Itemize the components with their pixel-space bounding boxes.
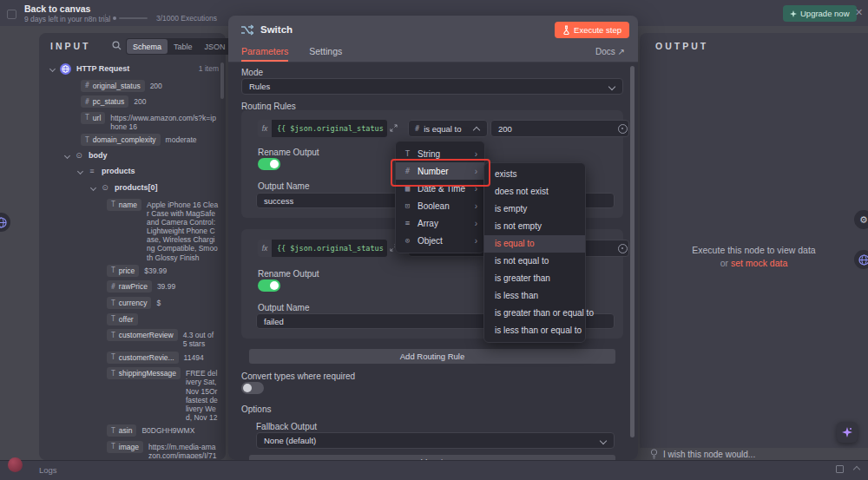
tree-row[interactable]: Turlhttps://www.amazon.com/s?k=iphone 16 — [43, 109, 219, 131]
back-to-canvas-link[interactable]: Back to canvas — [24, 3, 90, 14]
chevron-down-icon[interactable] — [90, 185, 96, 191]
tree-row[interactable]: Timagehttps://m.media-amazon.com/images/… — [43, 438, 219, 458]
upgrade-button[interactable]: Upgrade now — [783, 5, 857, 22]
input-tree: HTTP Request1 item#original_status200#pc… — [43, 61, 219, 458]
field-chip[interactable]: Toffer — [107, 313, 138, 325]
chevron-down-icon[interactable] — [77, 168, 83, 174]
globe-icon — [858, 254, 868, 266]
expand-expression-icon[interactable] — [390, 124, 398, 132]
field-chip[interactable]: Timage — [107, 441, 143, 453]
field-chip[interactable]: #pc_status — [81, 95, 128, 108]
operator-item-is-not-equal-to[interactable]: is not equal to — [484, 253, 585, 270]
input-scrollbar[interactable] — [220, 62, 224, 99]
field-chip[interactable]: Tprice — [107, 265, 139, 277]
tree-row[interactable]: TshippingMessageFREE delivery Sat, Nov 1… — [43, 365, 219, 422]
node-feedback-row[interactable]: I wish this node would... — [650, 449, 755, 459]
tree-row[interactable]: TcustomerReview4.3 out of 5 stars — [43, 326, 219, 348]
tree-row[interactable]: Tdomain_complexitymoderate — [43, 131, 219, 148]
operator-item-is-greater-than[interactable]: is greater than — [484, 270, 585, 287]
tree-row[interactable]: ≡products — [43, 163, 219, 180]
operator-item-is-not-empty[interactable]: is not empty — [484, 218, 585, 235]
operator-item-does-not-exist[interactable]: does not exist — [484, 183, 585, 201]
compare-value-input[interactable]: 200 — [490, 120, 629, 137]
chevron-down-icon[interactable] — [64, 153, 70, 159]
executions-progress-bar — [119, 17, 148, 19]
operator-item-is-equal-to[interactable]: is equal to — [484, 235, 585, 253]
type-menu-item-string[interactable]: TString› — [396, 145, 484, 162]
tree-row[interactable]: Toffer — [43, 311, 219, 327]
expression-fx-icon[interactable]: fx — [258, 120, 272, 137]
menu-item-label: String — [418, 149, 440, 159]
search-icon[interactable] — [112, 41, 122, 50]
rename-output-toggle[interactable] — [258, 158, 280, 170]
tree-row[interactable]: #rawPrice39.99 — [43, 278, 219, 294]
tree-row[interactable]: ⊙body — [43, 148, 219, 164]
mode-select[interactable]: Rules — [241, 78, 623, 95]
operator-item-is-less-than-or-equal-to[interactable]: is less than or equal to — [484, 322, 585, 339]
right-edge-globe-tab[interactable] — [854, 250, 868, 269]
field-chip[interactable]: #rawPrice — [107, 280, 152, 293]
field-chip[interactable]: Tdomain_complexity — [81, 134, 161, 146]
tree-row[interactable]: Tcurrency$ — [43, 294, 219, 311]
user-avatar[interactable] — [8, 457, 23, 472]
convert-types-toggle[interactable] — [241, 382, 264, 394]
expression-fx-icon[interactable]: fx — [258, 240, 272, 257]
left-edge-globe-tab[interactable] — [0, 213, 10, 232]
rename-output-toggle[interactable] — [258, 279, 280, 292]
chevron-up-icon[interactable] — [853, 465, 860, 472]
tab-settings[interactable]: Settings — [309, 46, 342, 62]
topbar-checkbox-icon[interactable] — [7, 10, 16, 19]
field-chip[interactable]: Tcurrency — [107, 297, 151, 309]
panel-layout-icon[interactable] — [836, 465, 844, 473]
fallback-output-select[interactable]: None (default) — [256, 432, 615, 449]
tab-json[interactable]: JSON — [199, 39, 232, 54]
field-chip[interactable]: Turl — [81, 112, 105, 124]
operator-item-is-less-than[interactable]: is less than — [484, 287, 585, 305]
close-icon[interactable]: ✕ — [855, 7, 863, 18]
operator-item-is-greater-than-or-equal-to[interactable]: is greater than or equal to — [484, 305, 585, 322]
tree-row[interactable]: TcustomerRevie...11494 — [43, 349, 219, 365]
tree-row[interactable]: Tprice$39.99 — [43, 262, 219, 279]
execute-step-button[interactable]: Execute step — [555, 22, 629, 38]
ai-assistant-button[interactable] — [837, 422, 858, 443]
type-menu-item-array[interactable]: ≡Array› — [396, 214, 484, 232]
operator-item-is-empty[interactable]: is empty — [484, 201, 585, 218]
docs-label: Docs — [595, 47, 615, 56]
logs-button[interactable]: Logs — [39, 465, 57, 475]
field-chip[interactable]: Tname — [107, 199, 141, 211]
field-chip[interactable]: TshippingMessage — [107, 367, 181, 379]
rule-expression-input[interactable]: {{ $json.original_status }} — [272, 240, 387, 257]
tab-parameters[interactable]: Parameters — [241, 46, 288, 62]
operator-select[interactable]: # is equal to — [408, 120, 488, 137]
mode-label: Mode — [241, 68, 263, 77]
dialog-scrollbar[interactable] — [630, 66, 635, 437]
target-dot-icon[interactable] — [618, 244, 628, 253]
field-chip[interactable]: TcustomerRevie... — [107, 352, 179, 364]
target-dot-icon[interactable] — [618, 124, 628, 134]
field-chip[interactable]: Tasin — [107, 424, 136, 437]
tree-row[interactable]: ⊙products[0] — [43, 180, 219, 196]
right-edge-settings-tab[interactable]: ⚙ — [854, 210, 868, 229]
tree-row[interactable]: HTTP Request1 item — [43, 61, 219, 77]
tree-row[interactable]: #pc_status200 — [43, 93, 219, 109]
string-type-icon: T — [111, 443, 115, 450]
field-chip[interactable]: TcustomerReview — [107, 329, 178, 341]
type-menu-item-object[interactable]: ⊙Object› — [396, 232, 484, 249]
add-routing-rule-button[interactable]: Add Routing Rule — [249, 349, 615, 364]
type-menu-item-date-time[interactable]: ▦Date & Time› — [396, 180, 484, 197]
string-type-icon: T — [403, 149, 412, 158]
field-chip[interactable]: #original_status — [81, 80, 145, 92]
tab-table[interactable]: Table — [168, 39, 199, 54]
string-type-icon: T — [85, 136, 89, 144]
type-menu-item-number[interactable]: #Number› — [396, 162, 484, 180]
type-menu-item-boolean[interactable]: ⊡Boolean› — [396, 197, 484, 214]
chevron-down-icon[interactable] — [49, 66, 56, 72]
tree-row[interactable]: TnameApple iPhone 16 Clear Case with Mag… — [43, 196, 219, 262]
docs-link[interactable]: Docs ↗ — [595, 47, 625, 62]
set-mock-data-link[interactable]: set mock data — [731, 258, 787, 268]
tab-schema[interactable]: Schema — [127, 39, 168, 54]
rule-expression-input[interactable]: {{ $json.original_status }} — [272, 120, 387, 137]
operator-item-exists[interactable]: exists — [484, 166, 585, 183]
tree-row[interactable]: #original_status200 — [43, 77, 219, 94]
tree-row[interactable]: TasinB0DGHH9WMX — [43, 422, 219, 438]
